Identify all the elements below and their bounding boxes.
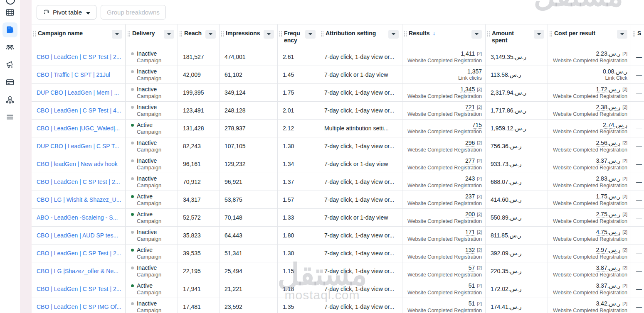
column-header-impressions[interactable]: Impressions: [220, 24, 278, 48]
cost-value[interactable]: ر.س.1.72: [596, 86, 620, 93]
campaign-name-link[interactable]: DUP CBO | LeadGen | C SP T...: [37, 143, 119, 149]
drag-handle-icon[interactable]: [487, 31, 490, 37]
amount-spent-cell: ر.س.3,149.35: [486, 48, 548, 66]
results-value[interactable]: 296: [465, 139, 475, 147]
column-header-attribution-setting[interactable]: Attribution setting: [319, 24, 402, 48]
campaign-name-link[interactable]: CBO | LeadGen |UGC_Waled|...: [37, 125, 120, 132]
cost-footnote-ref: [2]: [622, 193, 627, 200]
impressions-cell: 61,102: [220, 66, 278, 83]
column-header-amount-spent[interactable]: Amount spent: [486, 24, 548, 48]
table-row: CBO | Traffic | C SPT | 21Jul Inactive C…: [32, 66, 644, 84]
campaign-name-link[interactable]: CBO | LeadGen | C SP Test | 2...: [37, 250, 121, 257]
attribution-setting-cell: 7-day click, 1-day view or...: [319, 298, 402, 313]
column-header-reach[interactable]: Reach: [178, 24, 220, 48]
amount-spent-cell: ر.س.1,959.12: [486, 120, 548, 137]
cost-value[interactable]: ر.س.2.38: [596, 104, 620, 111]
group-breakdowns-button[interactable]: Group breakdowns: [101, 5, 166, 20]
column-header-cost-per-result[interactable]: Cost per result: [548, 24, 631, 48]
column-menu-button[interactable]: [305, 30, 316, 39]
cost-value[interactable]: ر.س.2.74: [603, 122, 627, 129]
column-menu-button[interactable]: [471, 30, 482, 39]
results-value[interactable]: 200: [465, 211, 475, 218]
column-header-delivery[interactable]: Delivery: [126, 24, 178, 48]
column-header-clipped[interactable]: S: [631, 24, 644, 48]
drag-handle-icon[interactable]: [404, 31, 407, 37]
cost-value[interactable]: ر.س.2.56: [596, 139, 620, 147]
results-value[interactable]: 171: [465, 229, 475, 236]
campaign-name-link[interactable]: CBO | LeadGen | C SP Test | 2...: [37, 286, 121, 292]
column-header-results[interactable]: Results ↓: [402, 24, 486, 48]
column-menu-button[interactable]: [112, 30, 122, 39]
cost-value[interactable]: ر.س.2.75: [596, 211, 620, 218]
campaign-name-link[interactable]: CBO | LG |Shazez_offer & Ne...: [37, 268, 118, 274]
frequency-cell: 1.34: [278, 155, 319, 173]
results-value[interactable]: 243: [465, 175, 475, 182]
results-value[interactable]: 277: [465, 157, 475, 164]
campaign-name-link[interactable]: CBO | LeadGen | C SP Test | 4...: [37, 107, 121, 114]
cost-footnote-ref: [2]: [622, 282, 627, 289]
ads-reporting-icon[interactable]: [2, 22, 17, 37]
results-value[interactable]: 1,411: [461, 50, 475, 57]
drag-handle-icon[interactable]: [33, 31, 36, 37]
cost-value[interactable]: ر.س.3.42: [596, 300, 620, 307]
results-value[interactable]: 1,345: [460, 86, 475, 93]
cost-value[interactable]: ر.س.0.08: [603, 68, 627, 75]
results-type-label: Website Completed Registration: [407, 165, 482, 171]
column-menu-button[interactable]: [205, 30, 216, 39]
results-value[interactable]: 1,357: [467, 68, 482, 75]
cost-value[interactable]: ر.س.3.37: [596, 157, 620, 164]
column-header-frequency[interactable]: Frequency: [278, 24, 319, 48]
results-value[interactable]: 715: [472, 122, 482, 129]
amount-spent-cell: ر.س.172.02: [486, 280, 548, 298]
cost-value[interactable]: ر.س.2.23: [596, 50, 620, 57]
campaign-name-link[interactable]: CBO | LeadGen | C SP test | 2...: [37, 179, 120, 185]
column-header-campaign-name[interactable]: Campaign name: [32, 24, 126, 48]
drag-handle-icon[interactable]: [127, 31, 130, 37]
campaign-name-link[interactable]: CBO | Traffic | C SPT | 21Jul: [37, 71, 110, 78]
results-value[interactable]: 51: [469, 282, 475, 289]
all-tools-menu-icon[interactable]: [2, 110, 17, 125]
results-type-label: Website Completed Registration: [407, 93, 482, 100]
campaign-name-link[interactable]: DUP CBO | LeadGen | Mem | ...: [37, 89, 119, 96]
column-menu-button[interactable]: [164, 30, 174, 39]
column-menu-button[interactable]: [617, 30, 627, 39]
cost-value[interactable]: ر.س.1.75: [596, 193, 620, 200]
billing-card-icon[interactable]: [2, 75, 17, 90]
drag-handle-icon[interactable]: [549, 31, 552, 37]
results-value[interactable]: 237: [465, 193, 475, 200]
column-label: Amount spent: [492, 30, 518, 44]
results-cell: 132 [2] Website Completed Registration: [402, 245, 486, 262]
results-value[interactable]: 57: [469, 264, 475, 271]
results-value[interactable]: 721: [465, 104, 475, 111]
campaigns-table-icon[interactable]: [2, 5, 17, 20]
results-value[interactable]: 132: [465, 247, 475, 254]
drag-handle-icon[interactable]: [179, 31, 182, 37]
ads-megaphone-icon[interactable]: [2, 57, 17, 72]
cost-value[interactable]: ر.س.3.37: [596, 282, 620, 289]
column-menu-button[interactable]: [388, 30, 399, 39]
campaign-name-link[interactable]: CBO | leadGen | New adv hook: [37, 161, 118, 167]
attribution-setting-cell: 7-day click, 1-day view or...: [319, 262, 402, 280]
assets-orgchart-icon[interactable]: [2, 92, 17, 107]
campaign-name-link[interactable]: CBO | LeadGen | C SP Test | 2...: [37, 54, 121, 60]
pivot-table-button[interactable]: Pivot table: [37, 5, 96, 20]
delivery-status: Inactive: [137, 50, 161, 57]
campaign-name-cell: DUP CBO | LeadGen | Mem | ...: [32, 84, 126, 101]
drag-handle-icon[interactable]: [321, 31, 323, 37]
cost-value[interactable]: ر.س.2.97: [596, 247, 620, 254]
column-menu-button[interactable]: [264, 30, 274, 39]
cost-type-label: Website Completed Registration: [553, 201, 627, 207]
column-menu-button[interactable]: [534, 30, 544, 39]
cost-value[interactable]: ر.س.2.83: [596, 175, 620, 182]
drag-handle-icon[interactable]: [221, 31, 224, 37]
cost-value[interactable]: ر.س.3.87: [596, 264, 620, 271]
drag-handle-icon[interactable]: [279, 31, 282, 37]
campaign-name-link[interactable]: CBO | LeadGen | C SP IMG Of...: [37, 303, 121, 310]
campaign-name-link[interactable]: CBO | LeadGen | AUD SP tes...: [37, 232, 118, 239]
drag-handle-icon[interactable]: [632, 31, 635, 37]
results-value[interactable]: 51: [469, 300, 475, 307]
audiences-icon[interactable]: [2, 40, 17, 55]
campaign-name-link[interactable]: ABO - LeadGen -Scaleing - S...: [37, 214, 118, 221]
campaign-name-link[interactable]: CBO | LG | Wishit & Shazez_U...: [37, 196, 121, 203]
cost-value[interactable]: ر.س.4.75: [596, 229, 620, 236]
